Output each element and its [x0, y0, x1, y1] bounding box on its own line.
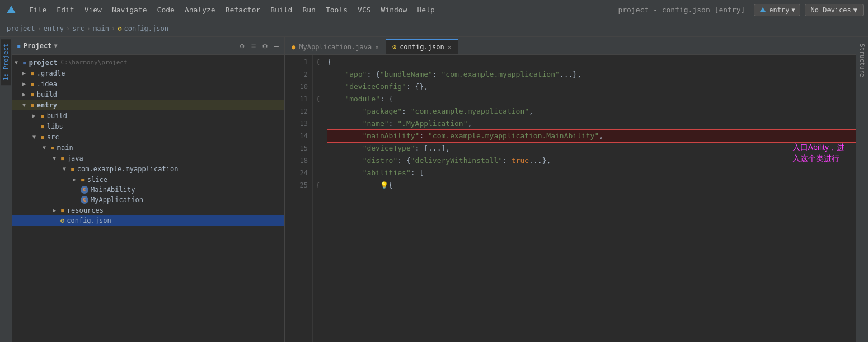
tree-item-slice[interactable]: ▶ ▪ slice [12, 174, 284, 185]
tree-item-resources[interactable]: ▶ ▪ resources [12, 205, 284, 215]
tree-content: ▼ ▪ project C:\harmony\project ▶ ▪ .grad… [12, 55, 284, 342]
menu-build[interactable]: Build [266, 3, 297, 16]
folder-icon-resources: ▪ [60, 206, 65, 214]
breadcrumb-src[interactable]: src [72, 25, 85, 32]
entry-dropdown-icon: ▼ [791, 7, 795, 13]
fold-gutter: { · · { · · · · · · { [313, 55, 323, 342]
breadcrumb-entry[interactable]: entry [44, 25, 64, 32]
menu-help[interactable]: Help [413, 3, 439, 16]
tree-item-resources-name: resources [67, 207, 104, 214]
app-logo[interactable] [4, 3, 18, 17]
linenum-25: 25 [300, 179, 308, 191]
chevron-idea: ▶ [22, 81, 30, 87]
folder-icon-java: ▪ [60, 154, 65, 162]
tree-item-gradle[interactable]: ▶ ▪ .gradle [12, 68, 284, 78]
tab-close-myapplication[interactable]: ✕ [375, 44, 379, 51]
chevron-main: ▼ [43, 144, 50, 151]
linenum-14: 14 [300, 130, 308, 142]
menu-refactor[interactable]: Refactor [221, 3, 265, 16]
menu-vcs[interactable]: VCS [353, 3, 375, 16]
file-icon-mainability: C [81, 186, 88, 194]
menu-navigate[interactable]: Navigate [107, 3, 152, 16]
menu-view[interactable]: View [80, 3, 106, 16]
tree-item-package[interactable]: ▼ ▪ com.example.myapplication [12, 163, 284, 174]
tab-myapplication-java[interactable]: ● MyApplication.java ✕ [285, 39, 386, 54]
line-number-gutter: 1 2 10 11 12 13 14 15 18 24 25 [285, 55, 313, 342]
tree-minimize-icon[interactable]: — [273, 40, 280, 51]
tab-java-icon: ● [292, 43, 295, 51]
editor-panel: ● MyApplication.java ✕ ⚙ config.json ✕ 1… [285, 37, 856, 342]
code-line-12: "package": "com.example.myapplication", [327, 105, 856, 118]
linenum-11: 11 [300, 93, 308, 105]
tree-item-config-json[interactable]: ▶ ⚙ config.json [12, 215, 284, 226]
no-devices-dropdown-icon: ▼ [853, 6, 857, 14]
tree-item-entry-build-name: build [47, 112, 67, 120]
breadcrumb-file[interactable]: config.json [124, 25, 168, 32]
tab-config-json[interactable]: ⚙ config.json ✕ [386, 39, 458, 54]
tree-item-src[interactable]: ▼ ▪ src [12, 132, 284, 142]
file-tree-panel: ▪ Project ▼ ⊕ ≡ ⚙ — ▼ ▪ project C:\harmo… [12, 37, 285, 342]
tab-close-config[interactable]: ✕ [448, 44, 452, 51]
folder-icon-src: ▪ [40, 133, 45, 141]
menu-window[interactable]: Window [377, 3, 412, 16]
breadcrumb: project › entry › src › main › ⚙ config.… [0, 20, 868, 37]
code-line-1: { [327, 56, 856, 68]
fold-11[interactable]: { [316, 179, 320, 191]
chevron-resources: ▶ [53, 207, 60, 213]
chevron-src: ▼ [32, 134, 40, 140]
tree-item-config-json-name: config.json [67, 217, 111, 224]
tab-config-label: config.json [400, 43, 444, 51]
file-icon-config-json: ⚙ [60, 217, 64, 224]
folder-icon-libs: ▪ [40, 122, 45, 130]
breadcrumb-main[interactable]: main [93, 25, 109, 32]
menu-run[interactable]: Run [298, 3, 320, 16]
folder-icon: ▪ [17, 41, 21, 50]
tree-locate-icon[interactable]: ⊕ [238, 40, 245, 51]
fold-4[interactable]: { [316, 93, 320, 105]
menu-right-controls: entry ▼ No Devices ▼ [754, 4, 864, 16]
menu-file[interactable]: File [25, 3, 51, 16]
folder-icon-idea: ▪ [30, 79, 35, 88]
tree-item-build-root[interactable]: ▶ ▪ build [12, 89, 284, 100]
tree-item-java[interactable]: ▼ ▪ java [12, 153, 284, 163]
editor-tab-bar: ● MyApplication.java ✕ ⚙ config.json ✕ [285, 37, 856, 55]
fold-1[interactable]: { [316, 56, 320, 68]
code-content[interactable]: { "app": {"bundleName": "com.example.mya… [323, 55, 856, 342]
sidebar-tab-project[interactable]: 1: Project [1, 39, 11, 85]
folder-icon-package: ▪ [71, 165, 75, 173]
file-icon-myapplication: C [81, 196, 88, 204]
tree-item-mainability-name: MainAbility [91, 186, 135, 194]
code-editor[interactable]: 1 2 10 11 12 13 14 15 18 24 25 { · · { ·… [285, 55, 856, 342]
tree-item-main[interactable]: ▼ ▪ main [12, 142, 284, 153]
code-line-18: "distro": {"deliveryWithInstall": true..… [327, 154, 856, 167]
code-line-15: "deviceType": [...], [327, 142, 856, 154]
breadcrumb-project[interactable]: project [7, 25, 35, 32]
entry-button[interactable]: entry ▼ [754, 4, 800, 16]
code-line-25: 💡{ [327, 179, 856, 191]
chevron-slice: ▶ [73, 176, 81, 182]
project-root-path: C:\harmony\project [60, 59, 127, 66]
tree-item-entry-build[interactable]: ▶ ▪ build [12, 110, 284, 121]
tree-item-idea[interactable]: ▶ ▪ .idea [12, 78, 284, 89]
menu-edit[interactable]: Edit [52, 3, 78, 16]
menu-code[interactable]: Code [153, 3, 179, 16]
no-devices-label: No Devices [811, 6, 851, 14]
project-root-name: project [29, 59, 58, 67]
tree-settings-icon[interactable]: ⚙ [261, 40, 268, 51]
tree-item-libs[interactable]: ▶ ▪ libs [12, 121, 284, 132]
tree-item-myapplication[interactable]: ▶ C MyApplication [12, 195, 284, 205]
no-devices-button[interactable]: No Devices ▼ [805, 4, 864, 16]
tree-title-chevron[interactable]: ▼ [54, 43, 57, 49]
tree-header: ▪ Project ▼ ⊕ ≡ ⚙ — [12, 37, 284, 55]
tree-item-mainability[interactable]: ▶ C MainAbility [12, 185, 284, 195]
sidebar-tab-structure[interactable]: Structure [857, 39, 867, 82]
menu-analyze[interactable]: Analyze [180, 3, 220, 16]
tree-item-project-root[interactable]: ▼ ▪ project C:\harmony\project [12, 57, 284, 68]
tree-item-entry[interactable]: ▼ ▪ entry [12, 100, 284, 110]
tree-collapse-icon[interactable]: ≡ [250, 40, 257, 51]
linenum-12: 12 [300, 105, 308, 118]
svg-marker-0 [7, 6, 16, 13]
menu-items: File Edit View Navigate Code Analyze Ref… [25, 3, 618, 16]
menu-tools[interactable]: Tools [321, 3, 352, 16]
svg-marker-1 [760, 7, 766, 12]
